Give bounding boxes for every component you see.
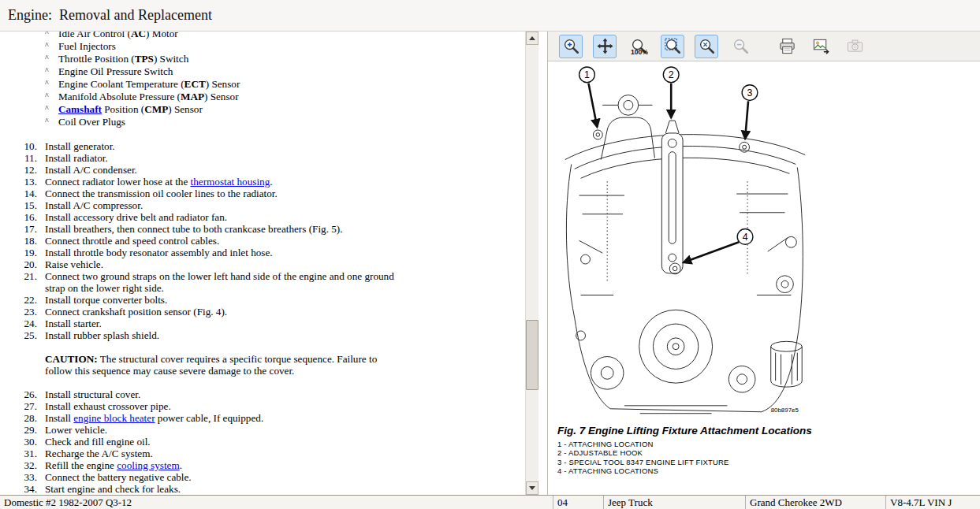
step-item: 33.Connect the battery negative cable.: [18, 471, 519, 483]
step-item: 18.Connect throttle and speed control ca…: [18, 235, 519, 247]
text-segment: Install A/C condenser.: [45, 164, 137, 176]
step-text: Connect two ground straps on the lower l…: [45, 270, 401, 294]
step-number: 32.: [18, 459, 37, 471]
app-window: Engine: Removal and Replacement ^Idle Ai…: [0, 0, 980, 509]
step-text: Coil Over Plugs: [58, 116, 125, 128]
step-number: 24.: [18, 318, 37, 329]
text-segment: ) Switch: [154, 53, 188, 65]
step-text: Refill the engine cooling system.: [45, 459, 182, 471]
step-text: Engine Coolant Temperature (ECT) Sensor: [58, 78, 240, 90]
status-segment-0: Domestic #2 1982-2007 Q3-12: [0, 496, 553, 509]
procedure-panel: ^Idle Air Control (AC) Motor^Fuel Inject…: [0, 32, 538, 495]
step-text: Install exhaust crossover pipe.: [45, 400, 171, 412]
bullet-marker: ^: [45, 32, 54, 39]
text-segment: Connect crankshaft position sensor (Fig.…: [45, 306, 227, 318]
step-item: 34.Start engine and check for leaks.: [18, 483, 519, 495]
figure-caption: Fig. 7 Engine Lifting Fixture Attachment…: [557, 425, 980, 437]
figure-legend: 1 - ATTACHING LOCATION2 - ADJUSTABLE HOO…: [557, 440, 980, 476]
text-segment: Position (: [102, 103, 144, 115]
doc-link[interactable]: thermostat housing: [191, 176, 270, 188]
step-number: 27.: [18, 400, 37, 412]
step-number: 29.: [18, 424, 37, 436]
export-image-icon[interactable]: [809, 35, 833, 58]
step-text: Camshaft Position (CMP) Sensor: [58, 103, 203, 115]
scroll-up-button[interactable]: [526, 32, 538, 45]
print-icon[interactable]: [775, 35, 799, 58]
status-segment-3: Grand Cherokee 2WD: [746, 496, 886, 509]
vertical-scrollbar[interactable]: [525, 32, 538, 495]
step-text: CAUTION: The structural cover requires a…: [45, 353, 401, 377]
step-number: 17.: [18, 223, 37, 235]
bullet-marker: ^: [45, 39, 54, 51]
text-segment: Idle Air Control (: [58, 32, 131, 39]
step-text: Install engine block heater power cable,…: [45, 412, 263, 424]
callout-3: 3: [747, 87, 753, 98]
bullet-marker: ^: [45, 52, 54, 64]
doc-link[interactable]: cooling system: [117, 459, 180, 471]
bullet-item: ^Idle Air Control (AC) Motor: [18, 32, 519, 40]
step-text: Throttle Position (TPS) Switch: [58, 53, 188, 65]
text-segment: Install accessory drive belt and radiato…: [45, 211, 227, 223]
page-title: Engine: Removal and Replacement: [0, 0, 980, 32]
bullet-marker: ^: [45, 115, 54, 127]
bullet-item: ^Fuel Injectors: [18, 40, 519, 53]
text-segment: ) Sensor: [204, 91, 239, 102]
legend-item: 3 - SPECIAL TOOL 8347 ENGINE LIFT FIXTUR…: [557, 458, 980, 467]
text-segment: Connect throttle and speed control cable…: [45, 235, 219, 247]
text-segment: Install structural cover.: [45, 388, 140, 400]
step-number: 31.: [18, 448, 37, 459]
step-item: 26.Install structural cover.: [18, 388, 519, 400]
text-segment: Connect the transmission oil cooler line…: [45, 188, 278, 199]
doc-link[interactable]: Camshaft: [58, 103, 102, 115]
scroll-down-icon: [529, 486, 535, 490]
status-segment-2: Jeep Truck: [604, 496, 746, 509]
step-item: 24.Install starter.: [18, 318, 519, 329]
text-segment: Install breathers, then connect tube to …: [45, 223, 343, 235]
scroll-down-button[interactable]: [526, 481, 538, 495]
step-text: Install starter.: [45, 318, 102, 329]
document-viewport: ^Idle Air Control (AC) Motor^Fuel Inject…: [0, 32, 525, 495]
doc-link[interactable]: engine block heater: [73, 412, 155, 424]
engine-diagram: 1 2 3 4 80b897e5: [553, 65, 818, 423]
step-text: Connect crankshaft position sensor (Fig.…: [45, 306, 227, 318]
step-item: 23.Connect crankshaft position sensor (F…: [18, 306, 519, 318]
step-item: 16.Install accessory drive belt and radi…: [18, 211, 519, 223]
figure-panel: 100%: [548, 32, 980, 495]
step-text: Start engine and check for leaks.: [45, 483, 181, 495]
callout-2: 2: [669, 69, 674, 80]
step-item: 10.Install generator.: [18, 140, 519, 152]
text-segment: Throttle Position (: [58, 53, 135, 65]
panel-splitter[interactable]: [538, 32, 548, 495]
text-segment: Recharge the A/C system.: [45, 448, 153, 459]
scrollbar-track[interactable]: [526, 45, 538, 481]
zoom-window-icon[interactable]: [661, 35, 684, 58]
zoom-100-icon[interactable]: 100%: [627, 35, 650, 58]
scrollbar-thumb[interactable]: [526, 320, 538, 390]
status-bar: Domestic #2 1982-2007 Q3-1204Jeep TruckG…: [0, 495, 980, 509]
step-text: Manifold Absolute Pressure (MAP) Sensor: [58, 91, 239, 102]
step-text: Install generator.: [45, 140, 115, 152]
pan-icon[interactable]: [593, 35, 617, 58]
step-item: 25.Install rubber splash shield.: [18, 329, 519, 341]
step-item: 11.Install radiator.: [18, 152, 519, 164]
step-text: Install accessory drive belt and radiato…: [45, 211, 227, 223]
text-segment: TPS: [135, 53, 154, 65]
zoom-dynamic-icon[interactable]: [695, 35, 718, 58]
text-segment: CMP: [144, 103, 168, 115]
figure-body: 1 2 3 4 80b897e5 Fig. 7 Engine Lifting F…: [548, 61, 980, 495]
text-segment: Raise vehicle.: [45, 258, 103, 270]
text-segment: Install exhaust crossover pipe.: [45, 400, 171, 412]
step-item: 13.Connect radiator lower hose at the th…: [18, 176, 519, 188]
zoom-in-icon[interactable]: [559, 35, 583, 58]
text-segment: Install throttle body resonator assembly…: [45, 247, 273, 258]
figure-code: 80b897e5: [771, 407, 799, 414]
text-segment: Install torque converter bolts.: [45, 294, 167, 306]
text-segment: .: [270, 176, 272, 188]
text-segment: Install starter.: [45, 318, 102, 329]
text-segment: Fuel Injectors: [58, 40, 116, 52]
step-item: 15.Install A/C compressor.: [18, 199, 519, 211]
step-number: 26.: [18, 388, 37, 400]
text-segment: Coil Over Plugs: [58, 116, 125, 128]
bullet-item: ^Engine Oil Pressure Switch: [18, 65, 519, 78]
step-item: 20.Raise vehicle.: [18, 258, 519, 270]
